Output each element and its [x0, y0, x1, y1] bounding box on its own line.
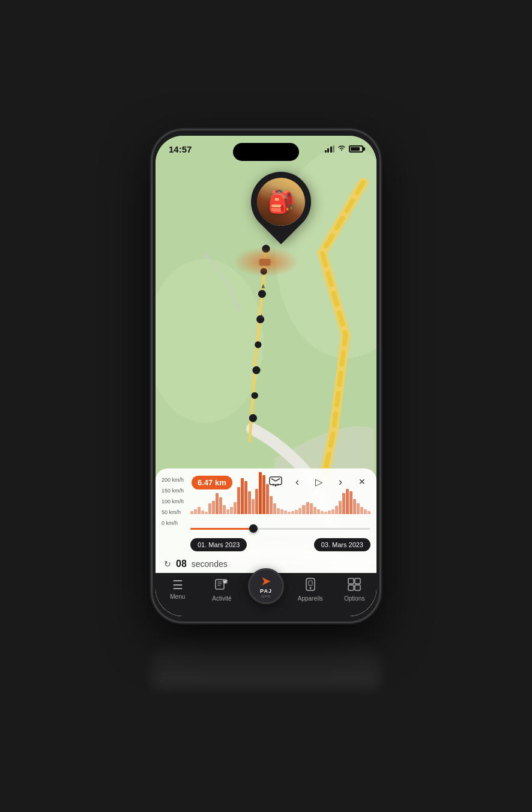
chart-bar [205, 512, 208, 514]
paj-gps-text: GPS [261, 595, 271, 598]
paj-logo-text: PAJ [260, 589, 272, 594]
chart-bar [291, 511, 294, 514]
nav-devices[interactable]: Appareils [288, 578, 333, 602]
status-icons [325, 144, 364, 153]
signal-icon [325, 145, 335, 153]
menu-icon: ☰ [172, 578, 183, 592]
prev-button[interactable]: ‹ [289, 473, 306, 490]
chart-bar [201, 511, 204, 514]
bottom-panel: 200 km/h 150 km/h 100 km/h 50 km/h 0 km/… [156, 468, 376, 575]
close-button[interactable]: ✕ [354, 473, 370, 490]
interval-unit: secondes [192, 559, 228, 569]
chart-bar [298, 508, 301, 514]
chart-bar [194, 509, 197, 514]
bottom-nav: ☰ Menu Activité [156, 573, 376, 616]
chart-bar [284, 511, 287, 514]
status-time: 14:57 [169, 144, 192, 154]
nav-options-label: Options [344, 595, 364, 602]
map-area[interactable]: 🎒 200 km/h 150 km/h 100 km/h 50 km/h [156, 136, 376, 616]
battery-icon [349, 145, 363, 153]
svg-point-5 [258, 290, 266, 298]
chart-bar [306, 502, 309, 514]
chart-bar [353, 499, 356, 514]
nav-activity-label: Activité [212, 595, 231, 602]
chart-bar [324, 512, 327, 514]
speed-label-50: 50 km/h [162, 507, 184, 518]
chart-bar [357, 503, 360, 514]
chart-bar [226, 509, 229, 514]
svg-rect-20 [309, 581, 312, 586]
chart-bar [255, 489, 258, 514]
phone-frame: 14:57 [152, 130, 380, 622]
svg-rect-24 [355, 585, 360, 590]
chart-bar [317, 509, 320, 514]
svg-rect-23 [348, 585, 354, 590]
location-pin[interactable]: 🎒 [248, 172, 314, 250]
chart-bar [360, 507, 363, 514]
chart-bar [346, 489, 349, 514]
nav-menu-label: Menu [170, 593, 185, 600]
next-button[interactable]: › [332, 473, 349, 490]
pin-photo: 🎒 [257, 178, 305, 226]
chart-bar [190, 511, 193, 514]
pin-body: 🎒 [238, 159, 323, 244]
chart-bar [230, 507, 233, 514]
svg-point-8 [252, 366, 260, 374]
chart-bar [321, 511, 324, 514]
svg-point-6 [256, 315, 264, 323]
chart-bar [364, 509, 367, 514]
chart-bar [234, 502, 237, 514]
start-date: 01. Mars 2023 [190, 538, 247, 551]
chart-bar [328, 511, 331, 514]
chart-bar [244, 481, 247, 514]
wifi-icon [337, 144, 346, 153]
svg-point-15 [277, 484, 279, 486]
date-labels: 01. Mars 2023 03. Mars 2023 [156, 535, 376, 555]
nav-menu[interactable]: ☰ Menu [156, 578, 200, 600]
interval-value: 08 [176, 559, 187, 569]
distance-badge: 6.47 km [192, 476, 232, 489]
phone-reflection [152, 628, 380, 688]
playback-controls: ‹ ▷ › ✕ [267, 473, 370, 490]
svg-point-19 [309, 587, 311, 589]
message-button[interactable] [267, 473, 284, 490]
chart-bar [212, 501, 215, 514]
slider-fill [190, 528, 253, 530]
location-glow [233, 247, 299, 277]
chart-bar [342, 493, 345, 514]
chart-bar [335, 506, 338, 514]
speed-label-200: 200 km/h [162, 474, 184, 485]
chart-bar [310, 503, 313, 514]
chart-bar [259, 472, 262, 514]
phone-screen: 14:57 [156, 136, 376, 616]
chart-bar [198, 507, 201, 514]
devices-icon [305, 578, 316, 594]
slider-track [190, 528, 370, 530]
nav-options[interactable]: Options [332, 578, 376, 602]
chart-bar [216, 493, 219, 514]
dynamic-island [233, 143, 299, 161]
refresh-icon[interactable]: ↻ [164, 559, 171, 569]
chart-bar [262, 475, 265, 514]
svg-point-7 [255, 341, 261, 348]
nav-paj[interactable]: ➤ PAJ GPS [244, 568, 288, 604]
chart-bar [237, 487, 240, 514]
timeline-slider[interactable] [190, 523, 370, 535]
svg-point-10 [249, 414, 257, 422]
nav-activity[interactable]: Activité [200, 578, 244, 602]
chart-bar [208, 503, 211, 514]
chart-bar [302, 505, 305, 514]
svg-rect-16 [216, 580, 224, 589]
speed-chart-area: 200 km/h 150 km/h 100 km/h 50 km/h 0 km/… [156, 468, 376, 523]
chart-bar [219, 497, 222, 514]
speed-y-axis: 200 km/h 150 km/h 100 km/h 50 km/h 0 km/… [162, 474, 184, 529]
chart-bar [367, 511, 370, 514]
svg-rect-22 [355, 578, 360, 584]
play-button[interactable]: ▷ [310, 473, 327, 490]
slider-thumb[interactable] [249, 524, 258, 533]
activity-icon [215, 578, 228, 594]
chart-bar [252, 499, 255, 514]
speed-label-100: 100 km/h [162, 496, 184, 507]
svg-point-14 [275, 485, 277, 486]
paj-logo: ➤ PAJ GPS [248, 568, 284, 604]
